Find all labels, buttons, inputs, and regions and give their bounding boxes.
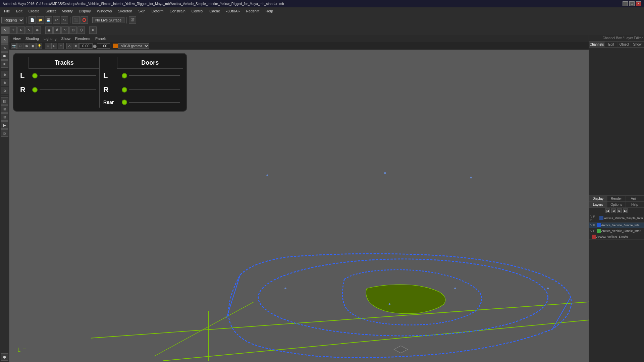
live-surface-button[interactable]: No Live Surface: [92, 17, 124, 23]
tab-object[interactable]: Object: [618, 42, 631, 47]
door-l-knob[interactable]: [122, 73, 127, 78]
render2-btn[interactable]: ◎: [1, 129, 8, 137]
move-tool[interactable]: ✛: [9, 26, 17, 34]
minimize-button[interactable]: —: [623, 1, 628, 6]
vp-menu-lighting[interactable]: Lighting: [42, 36, 59, 41]
soft-select[interactable]: ◉: [45, 26, 53, 34]
transform-btn[interactable]: ⊕: [1, 71, 8, 78]
nav-last[interactable]: ▶|: [623, 208, 628, 213]
track-l-slider[interactable]: [32, 73, 96, 78]
nav-prev[interactable]: ◀: [611, 208, 616, 213]
door-rear-knob[interactable]: [122, 100, 127, 105]
quad-btn[interactable]: ⊞: [1, 60, 8, 68]
menu-create[interactable]: Create: [26, 8, 42, 14]
vp-num2-input[interactable]: [97, 43, 110, 49]
tab-edit[interactable]: Edit: [605, 42, 618, 47]
save-btn[interactable]: 💾: [45, 16, 52, 24]
vp-sel-mask-btn[interactable]: ◻: [58, 43, 64, 49]
menu-display[interactable]: Display: [76, 8, 94, 14]
select-tool[interactable]: ↖: [1, 26, 9, 34]
layer-row-1[interactable]: V P R Arctica_Vehicle_Simple_Interi: [589, 214, 644, 223]
rotate-tool[interactable]: ↻: [17, 26, 25, 34]
menu-help[interactable]: Help: [263, 8, 276, 14]
snap-grid[interactable]: #: [53, 26, 61, 34]
menu-redshift[interactable]: Redshift: [243, 8, 262, 14]
sculpt-btn[interactable]: ⬬: [1, 52, 8, 60]
vp-shaded-btn[interactable]: ◑: [23, 43, 30, 49]
menu-select[interactable]: Select: [43, 8, 59, 14]
skin2-btn[interactable]: ⊘: [1, 87, 8, 94]
menu-constrain[interactable]: Constrain: [167, 8, 188, 14]
door-r-slider[interactable]: [120, 87, 179, 93]
menu-control[interactable]: Control: [189, 8, 206, 14]
nav-next[interactable]: ▶: [617, 208, 622, 213]
vp-aa-btn[interactable]: A: [66, 43, 72, 49]
track-r-knob[interactable]: [32, 87, 38, 93]
tab-channels[interactable]: Channels: [589, 42, 605, 47]
vp-gamma-select[interactable]: sRGB gamma: [118, 43, 149, 49]
menu-edit[interactable]: Edit: [13, 8, 25, 14]
history-btn[interactable]: ⚙: [89, 26, 97, 34]
undo-btn[interactable]: ↩: [53, 16, 60, 24]
track-l-knob[interactable]: [32, 73, 38, 78]
vp-menu-panels[interactable]: Panels: [93, 36, 109, 41]
vp-texture-btn[interactable]: ▦: [30, 43, 36, 49]
grid-btn[interactable]: ⊞: [1, 105, 8, 113]
vp-menu-renderer[interactable]: Renderer: [73, 36, 93, 41]
vp-wireframe-btn[interactable]: ⬡: [17, 43, 23, 49]
layer-row-3[interactable]: V P Arctica_Vehicle_Simple_Interi: [589, 228, 644, 234]
menu-modify[interactable]: Modify: [59, 8, 75, 14]
tab-options[interactable]: Options: [607, 202, 626, 207]
scale-tool[interactable]: ⤡: [25, 26, 33, 34]
layer-row-4[interactable]: Arctica_Vehicle_Simple: [589, 234, 644, 240]
menu-skin[interactable]: Skin: [136, 8, 148, 14]
tab-render[interactable]: Render: [607, 196, 626, 201]
layer-btn[interactable]: ▤: [1, 97, 8, 105]
menu-skeleton[interactable]: Skeleton: [115, 8, 135, 14]
vp-cam-btn[interactable]: 📷: [11, 43, 17, 49]
snap-surface[interactable]: ⬡: [77, 26, 85, 34]
open-btn[interactable]: 📁: [37, 16, 44, 24]
menu-file[interactable]: File: [1, 8, 13, 14]
vp-menu-view[interactable]: View: [11, 36, 23, 41]
door-r-knob[interactable]: [122, 87, 127, 93]
deform2-btn[interactable]: ⊗: [1, 79, 8, 86]
paint-btn[interactable]: ✎: [1, 44, 8, 52]
universal-tool[interactable]: ⊕: [34, 26, 41, 34]
door-rear-slider[interactable]: [120, 100, 179, 105]
menu-cache[interactable]: Cache: [207, 8, 223, 14]
menu-deform[interactable]: Deform: [149, 8, 166, 14]
layer-row-2[interactable]: V P Arctica_Vehicle_Simple_Inte: [589, 223, 644, 228]
menu-windows[interactable]: Windows: [94, 8, 115, 14]
select-mode-btn[interactable]: ↖: [1, 36, 8, 44]
vp-menu-show[interactable]: Show: [59, 36, 73, 41]
vp-light-btn[interactable]: 💡: [36, 43, 42, 49]
bottom-left-btn[interactable]: ⬢: [1, 353, 8, 361]
anim-btn[interactable]: ▶: [1, 121, 8, 129]
rig-btn[interactable]: ⊟: [1, 113, 8, 121]
door-l-slider[interactable]: [120, 73, 179, 78]
vp-grid-btn[interactable]: ⊞: [45, 43, 51, 49]
vp-menu-shading[interactable]: Shading: [23, 36, 41, 41]
snap-curve[interactable]: 〜: [61, 26, 69, 34]
menu-3dtai[interactable]: -3DtoAI-: [223, 8, 243, 14]
redo-btn[interactable]: ↪: [61, 16, 68, 24]
close-button[interactable]: ✕: [636, 1, 641, 6]
snap-point[interactable]: ⊡: [69, 26, 77, 34]
new-scene-btn[interactable]: 📄: [29, 16, 36, 24]
tab-show[interactable]: Show: [631, 42, 644, 47]
render-btn[interactable]: 🎬: [129, 16, 136, 24]
vp-snap-btn[interactable]: ⊡: [51, 43, 57, 49]
vp-smooth-btn[interactable]: ≋: [73, 43, 79, 49]
select-btn[interactable]: ⬛: [72, 16, 80, 24]
maximize-button[interactable]: □: [629, 1, 635, 6]
tab-display[interactable]: Display: [589, 196, 607, 201]
tab-help[interactable]: Help: [626, 202, 644, 207]
vp-num1-input[interactable]: [79, 43, 93, 49]
track-r-slider[interactable]: [32, 87, 96, 93]
lasso-btn[interactable]: ⭕: [80, 16, 88, 24]
nav-first[interactable]: |◀: [605, 208, 610, 213]
tab-layers[interactable]: Layers: [589, 202, 607, 207]
tab-anim[interactable]: Anim: [626, 196, 644, 201]
vp-color-btn[interactable]: [113, 44, 118, 48]
